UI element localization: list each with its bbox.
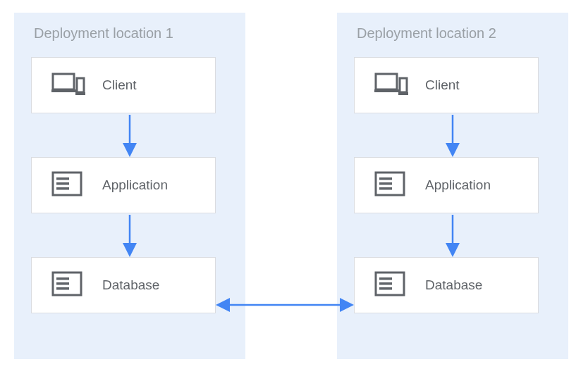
database-node: Database [354,257,539,313]
deployment-region-2: Deployment location 2 Client A [337,13,568,359]
svg-rect-16 [400,78,407,92]
svg-rect-7 [56,182,69,185]
region-1-title: Deployment location 1 [34,25,228,42]
svg-rect-20 [379,177,392,180]
application-node: Application [354,157,539,213]
application-label: Application [102,177,168,193]
client-node: Client [31,57,216,113]
application-label: Application [425,177,491,193]
client-label: Client [425,77,460,93]
arrow-app-to-db-1 [31,213,228,257]
svg-rect-27 [379,287,392,290]
deployment-region-1: Deployment location 1 Client A [14,13,245,359]
svg-rect-1 [51,89,77,92]
arrow-client-to-app-1 [31,113,228,157]
svg-rect-8 [56,187,69,190]
svg-rect-15 [374,89,400,92]
svg-rect-22 [379,187,392,190]
client-label: Client [102,77,137,93]
client-node: Client [354,57,539,113]
client-icon [374,71,408,99]
database-label: Database [425,277,482,293]
svg-rect-21 [379,182,392,185]
svg-rect-6 [56,177,69,180]
arrow-app-to-db-2 [354,213,551,257]
region-2-title: Deployment location 2 [357,25,551,42]
svg-rect-0 [53,74,74,89]
svg-rect-14 [376,74,397,89]
database-icon [374,271,408,299]
server-icon [374,171,408,199]
svg-rect-11 [56,277,69,280]
svg-rect-26 [379,282,392,285]
client-icon [51,71,85,99]
svg-rect-2 [77,78,84,92]
database-label: Database [102,277,159,293]
server-icon [51,171,85,199]
svg-rect-12 [56,282,69,285]
svg-rect-3 [75,92,85,95]
svg-rect-25 [379,277,392,280]
database-node: Database [31,257,216,313]
database-icon [51,271,85,299]
application-node: Application [31,157,216,213]
svg-rect-13 [56,287,69,290]
svg-rect-17 [398,92,408,95]
arrow-client-to-app-2 [354,113,551,157]
